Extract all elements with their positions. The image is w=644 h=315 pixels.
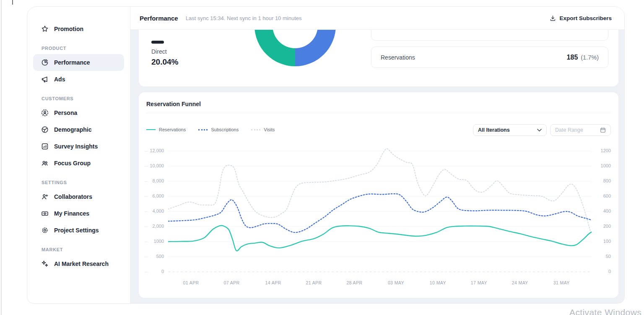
export-subscribers-label: Export Subscribers: [559, 15, 612, 21]
sidebar-item-performance[interactable]: Performance: [33, 54, 124, 71]
pie-icon: [41, 59, 49, 66]
metric-row-partial: [371, 30, 608, 41]
y-axis-left-tick: 1000: [139, 239, 164, 244]
metric-value-wrap: 185 (1.7%): [567, 54, 599, 61]
y-axis-right-tick: 400: [594, 208, 611, 213]
y-axis-left-tick: 6,000: [139, 193, 164, 198]
sync-status: Last sync 15:34. Next sync in 1 hour 10 …: [186, 15, 302, 21]
y-axis-tick-mark: [145, 226, 148, 227]
date-range-field[interactable]: [550, 124, 611, 136]
x-axis-tick: 10 MAY: [430, 280, 446, 285]
legend-item-reservations: Reservations: [146, 127, 186, 132]
sidebar-item-label: Ads: [54, 76, 65, 83]
y-axis-right-tick: 100: [594, 239, 611, 244]
legend-label: Reservations: [159, 127, 186, 132]
y-axis-left-tick: 500: [139, 254, 164, 259]
funnel-divider: [146, 113, 611, 113]
sidebar-item-label: AI Market Research: [54, 260, 109, 267]
sidebar-item-demographic[interactable]: Demographic: [33, 121, 124, 138]
funnel-title: Reservation Funnel: [146, 101, 201, 107]
donut-chart: [254, 30, 336, 66]
y-axis-left-tick: 12,000: [139, 148, 164, 153]
series-line-visits: [168, 149, 590, 231]
activate-watermark: Activate Windows: [569, 307, 641, 315]
sidebar-section-label-customers: CUSTOMERS: [33, 96, 124, 101]
sidebar-item-ai-market-research[interactable]: AI Market Research: [33, 255, 124, 272]
x-axis-tick: 31 MAY: [553, 280, 570, 285]
star-icon: [41, 25, 49, 33]
y-axis-right-tick: 600: [594, 193, 611, 198]
x-axis-tick: 17 MAY: [471, 280, 487, 285]
sidebar-item-label: My Finances: [54, 210, 89, 217]
x-axis-tick: 01 APR: [183, 280, 199, 285]
x-axis-tick: 21 APR: [306, 280, 322, 285]
chevron-down-icon: [537, 129, 542, 132]
page-left-edge-line: [1, 0, 2, 315]
sidebar-item-my-finances[interactable]: My Finances: [33, 205, 124, 222]
direct-label: Direct: [151, 48, 178, 55]
sidebar-item-label: Focus Group: [54, 160, 91, 167]
x-axis-tick: 03 MAY: [388, 280, 404, 285]
sidebar-item-collaborators[interactable]: Collaborators: [33, 188, 124, 205]
legend-swatch: [251, 129, 260, 130]
y-axis-left-tick: 10,000: [139, 163, 164, 168]
legend-item-subscriptions: Subscriptions: [198, 127, 239, 132]
globe-icon: [41, 126, 49, 133]
y-axis-right-tick: 0: [594, 269, 611, 274]
direct-legend-swatch: [151, 41, 164, 44]
legend-label: Subscriptions: [211, 127, 239, 132]
sidebar-item-label: Persona: [54, 109, 77, 116]
y-axis-left-tick: 8,000: [139, 178, 164, 183]
sidebar-item-survey-insights[interactable]: Survey Insights: [33, 138, 124, 155]
sidebar-item-focus-group[interactable]: Focus Group: [33, 155, 124, 172]
metric-rows: Reservations 185 (1.7%): [371, 30, 608, 86]
x-axis-tick: 24 MAY: [512, 280, 528, 285]
donut-hole: [273, 30, 318, 48]
y-axis-tick-mark: [145, 257, 148, 257]
date-range-input[interactable]: [555, 127, 597, 133]
people-icon: [41, 159, 49, 167]
legend-item-visits: Visits: [251, 127, 275, 132]
sidebar-item-label: Demographic: [54, 126, 91, 133]
direct-legend: Direct 20.04%: [151, 41, 178, 67]
direct-value: 20.04%: [151, 57, 178, 67]
y-axis-right-tick: 200: [594, 224, 611, 229]
page-left-edge-notch: [12, 0, 13, 5]
top-header: Performance Last sync 15:34. Next sync i…: [130, 7, 624, 30]
series-line-reservations: [168, 226, 592, 251]
sidebar-item-label: Performance: [54, 59, 90, 66]
y-axis-tick-mark: [145, 211, 148, 212]
legend-swatch: [198, 129, 208, 130]
y-axis-tick-mark: [145, 166, 148, 167]
y-axis-left-tick: 2,000: [139, 224, 164, 229]
export-subscribers-button[interactable]: Export Subscribers: [550, 15, 612, 21]
sidebar-item-label: Project Settings: [54, 227, 99, 234]
content-area: Direct 20.04% Reservations 185 (1.7%): [130, 30, 624, 303]
iterations-select[interactable]: All Iterations: [473, 124, 547, 136]
app-window: PromotionPRODUCTPerformanceAdsCUSTOMERSP…: [27, 6, 625, 304]
sidebar-section-label-product: PRODUCT: [33, 46, 124, 51]
funnel-card: Reservation Funnel ReservationsSubscript…: [139, 92, 618, 298]
iterations-selected-value: All Iterations: [478, 127, 510, 133]
sparkles-icon: [41, 260, 49, 268]
sidebar-item-promotion[interactable]: Promotion: [33, 21, 124, 37]
sidebar-item-ads[interactable]: Ads: [33, 71, 124, 88]
sidebar-item-project-settings[interactable]: Project Settings: [33, 222, 124, 239]
y-axis-left-tick: 0: [139, 269, 164, 274]
x-axis-tick: 14 APR: [265, 280, 281, 285]
x-axis-tick: 07 APR: [223, 280, 239, 285]
person-plus-icon: [41, 193, 49, 200]
metric-value: 185: [567, 54, 578, 61]
sidebar-section-label-settings: SETTINGS: [33, 180, 124, 185]
y-axis-right-tick: 800: [594, 178, 611, 183]
sidebar-item-persona[interactable]: Persona: [33, 104, 124, 121]
chart-controls: All Iterations: [473, 124, 611, 136]
gear-icon: [41, 226, 49, 234]
y-axis-right-tick: 50: [594, 254, 611, 259]
persona-icon: [41, 109, 49, 117]
sidebar-item-label: Promotion: [54, 26, 83, 32]
download-icon: [550, 15, 556, 21]
y-axis-tick-mark: [145, 272, 148, 272]
chart-legend: ReservationsSubscriptionsVisits: [146, 127, 275, 132]
y-axis-left-tick: 4,000: [139, 208, 164, 213]
